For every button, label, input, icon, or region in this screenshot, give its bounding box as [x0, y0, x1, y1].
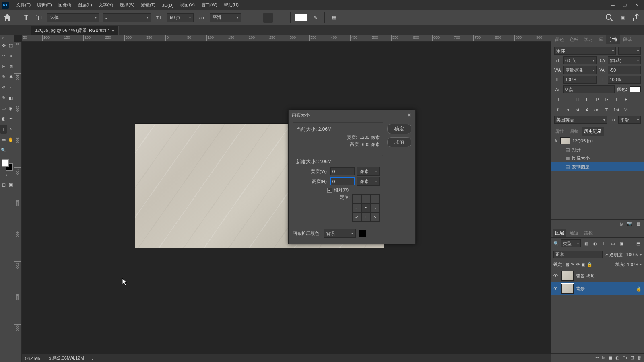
- font-style-select[interactable]: -▾: [103, 13, 151, 22]
- lock-pos-icon[interactable]: ✥: [576, 262, 580, 267]
- hand-tool[interactable]: ✋: [8, 135, 14, 144]
- cp-color-swatch[interactable]: [630, 86, 641, 92]
- menu-edit[interactable]: 编辑(E): [34, 2, 55, 8]
- pen-tool[interactable]: ✒: [8, 114, 14, 123]
- marquee-tool[interactable]: ⬚: [8, 41, 14, 50]
- layer-row[interactable]: 👁 背景 🔒: [551, 282, 644, 295]
- text-color-swatch[interactable]: [295, 14, 307, 21]
- text-style-button[interactable]: T: [554, 96, 562, 103]
- group-icon[interactable]: 🗀: [623, 355, 627, 360]
- dodge-tool[interactable]: ◐: [0, 114, 7, 123]
- visibility-icon[interactable]: 👁: [553, 273, 559, 279]
- crop-tool[interactable]: ✂: [0, 62, 7, 71]
- tools-collapse-icon[interactable]: «: [0, 36, 14, 40]
- opentype-feature-button[interactable]: ½: [622, 106, 630, 113]
- text-style-button[interactable]: Tr: [583, 96, 591, 103]
- search-icon[interactable]: [605, 13, 614, 23]
- fx-icon[interactable]: fx: [602, 355, 605, 360]
- filter-type-icon[interactable]: T: [600, 240, 607, 247]
- foreground-background-swatch[interactable]: [2, 159, 13, 171]
- blend-mode-select[interactable]: 正常: [553, 251, 603, 258]
- filter-smart-icon[interactable]: ▣: [618, 240, 625, 247]
- text-style-button[interactable]: T: [612, 96, 620, 103]
- menu-layer[interactable]: 图层(L): [74, 2, 95, 8]
- fill-value[interactable]: 100%: [627, 262, 638, 267]
- filter-shape-icon[interactable]: ▭: [609, 240, 616, 247]
- type-tool[interactable]: T: [0, 125, 7, 134]
- blur-tool[interactable]: ◉: [8, 104, 14, 113]
- cp-baseline-input[interactable]: 0 点: [563, 85, 615, 93]
- text-style-button[interactable]: T₁: [603, 96, 611, 103]
- cp-size-select[interactable]: 60 点▾: [563, 56, 597, 64]
- extend-color-swatch[interactable]: [359, 230, 366, 237]
- width-unit-select[interactable]: 像素▾: [357, 167, 380, 176]
- cp-lang-select[interactable]: 美国英语▾: [554, 116, 607, 124]
- link-icon[interactable]: ⚯: [595, 355, 599, 360]
- cancel-button[interactable]: 取消: [387, 137, 411, 147]
- home-icon[interactable]: [2, 13, 12, 23]
- font-size-select[interactable]: 60 点▾: [167, 13, 194, 22]
- clone-tool[interactable]: ⚐: [8, 83, 14, 92]
- opacity-value[interactable]: 100%: [626, 252, 638, 257]
- history-step[interactable]: ▤打开: [551, 146, 644, 154]
- adjust-icon[interactable]: ◐: [615, 355, 619, 360]
- align-center-icon[interactable]: ≡: [263, 13, 273, 23]
- shape-tool[interactable]: ▭: [0, 135, 7, 144]
- menu-select[interactable]: 选择(S): [116, 2, 138, 8]
- trash-icon[interactable]: 🗑: [636, 221, 641, 226]
- anchor-grid[interactable]: ←•→ ↙↓↘: [352, 194, 380, 222]
- lasso-tool[interactable]: ◠: [0, 51, 7, 60]
- mask-icon[interactable]: ◼: [609, 355, 612, 360]
- tab-paragraph[interactable]: 段落: [621, 35, 634, 44]
- opentype-feature-button[interactable]: 1st: [612, 106, 620, 113]
- tab-libraries[interactable]: 库: [596, 35, 605, 44]
- text-tool-icon[interactable]: T: [21, 13, 31, 23]
- cp-kern-select[interactable]: -50▾: [608, 66, 641, 74]
- dialog-close-icon[interactable]: ✕: [406, 112, 412, 118]
- text-style-button[interactable]: T¹: [593, 96, 601, 103]
- history-brush-tool[interactable]: ✎: [0, 93, 7, 102]
- opentype-feature-button[interactable]: A: [583, 106, 591, 113]
- more-tool[interactable]: ⋯: [8, 146, 14, 154]
- camera-icon[interactable]: 📷: [627, 221, 632, 226]
- align-left-icon[interactable]: ≡: [250, 13, 260, 23]
- swap-colors-icon[interactable]: ⇄: [6, 172, 9, 176]
- history-snapshot[interactable]: ✎ 12Q35.jpg: [551, 136, 644, 146]
- height-input[interactable]: [330, 177, 355, 185]
- tab-adjustments[interactable]: 调整: [567, 127, 581, 136]
- text-style-button[interactable]: Ŧ: [622, 96, 630, 103]
- extend-color-select[interactable]: 背景▾: [324, 229, 356, 238]
- filter-adjust-icon[interactable]: ◐: [591, 240, 599, 247]
- search-icon[interactable]: 🔍: [553, 241, 559, 246]
- lock-icon[interactable]: 🔒: [636, 286, 642, 292]
- opentype-feature-button[interactable]: T: [603, 106, 611, 113]
- path-select-tool[interactable]: ↖: [8, 125, 14, 134]
- menu-view[interactable]: 视图(V): [177, 2, 198, 8]
- text-style-button[interactable]: T: [564, 96, 572, 103]
- share-icon[interactable]: [632, 13, 642, 23]
- menu-help[interactable]: 帮助(H): [221, 2, 242, 8]
- quickmask-tool[interactable]: ◻: [0, 180, 7, 189]
- heal-tool[interactable]: ✱: [8, 72, 14, 81]
- menu-window[interactable]: 窗口(W): [198, 2, 221, 8]
- lock-trans-icon[interactable]: ▩: [565, 262, 569, 267]
- width-input[interactable]: [330, 167, 355, 175]
- text-style-button[interactable]: TT: [574, 96, 582, 103]
- cp-aa-select[interactable]: 平滑▾: [618, 116, 641, 124]
- menu-file[interactable]: 文件(F): [13, 2, 34, 8]
- zoom-level[interactable]: 56.45%: [25, 356, 40, 361]
- menu-filter[interactable]: 滤镜(T): [138, 2, 159, 8]
- tab-close-icon[interactable]: ×: [111, 28, 114, 33]
- tab-character[interactable]: 字符: [606, 35, 620, 44]
- canvas-viewport[interactable]: [22, 42, 551, 354]
- tab-swatches[interactable]: 色板: [567, 35, 581, 44]
- layer-row[interactable]: 👁 背景 拷贝: [551, 269, 644, 282]
- frame-tool[interactable]: ⊠: [8, 62, 14, 71]
- anti-alias-select[interactable]: 平滑▾: [210, 13, 241, 22]
- tab-color[interactable]: 颜色: [553, 35, 566, 44]
- window-close-icon[interactable]: ✕: [634, 2, 639, 8]
- eraser-tool[interactable]: ◧: [8, 93, 14, 102]
- tab-channels[interactable]: 通道: [567, 229, 581, 237]
- window-minimize-icon[interactable]: ─: [610, 2, 616, 8]
- opentype-feature-button[interactable]: st: [574, 106, 582, 113]
